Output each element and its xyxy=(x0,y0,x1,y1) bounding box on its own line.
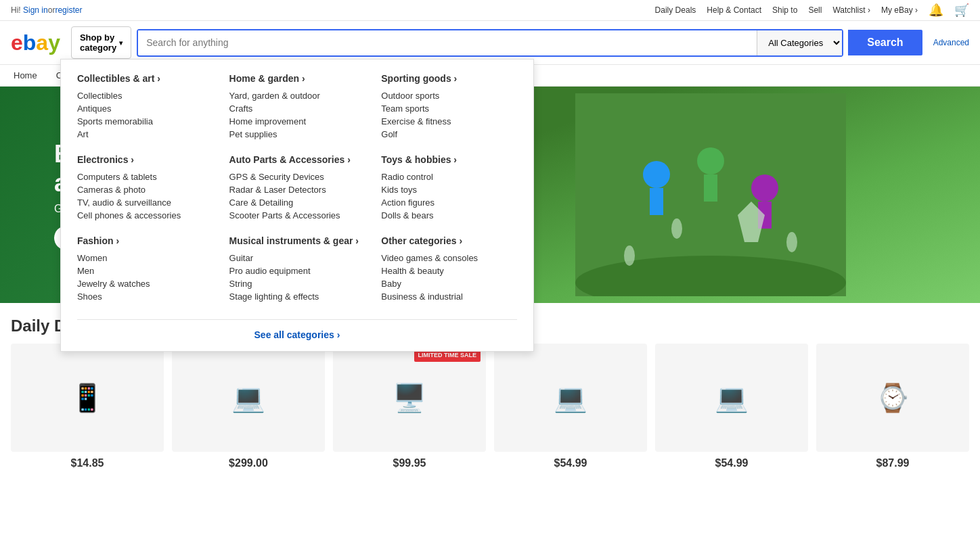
dropdown-item-0-0-1[interactable]: Antiques xyxy=(77,102,213,115)
dropdown-item-2-2-1[interactable]: Health & beauty xyxy=(381,264,517,277)
logo-b: b xyxy=(23,30,37,55)
top-links: Daily Deals Help & Contact Ship to Sell … xyxy=(655,3,969,18)
dropdown-item-1-2-0[interactable]: Guitar xyxy=(229,252,365,264)
deal-image: 📱 xyxy=(11,344,164,452)
svg-point-4 xyxy=(697,147,724,174)
search-bar: All Categories xyxy=(137,29,843,57)
ship-to-label[interactable]: Ship to xyxy=(772,5,797,15)
dropdown-item-0-1-2[interactable]: TV, audio & surveillance xyxy=(77,196,213,209)
dropdown-item-2-2-0[interactable]: Video games & consoles xyxy=(381,252,517,264)
dropdown-section-2-0: Sporting goods ›Outdoor sportsTeam sport… xyxy=(381,73,517,141)
category-title-2-1[interactable]: Toys & hobbies › xyxy=(381,154,517,165)
category-title-0-1[interactable]: Electronics › xyxy=(77,154,213,165)
dropdown-item-2-1-3[interactable]: Dolls & bears xyxy=(381,209,517,222)
dropdown-item-1-1-0[interactable]: GPS & Security Devices xyxy=(229,170,365,183)
dropdown-item-2-1-1[interactable]: Kids toys xyxy=(381,183,517,196)
category-title-2-0[interactable]: Sporting goods › xyxy=(381,73,517,84)
hi-text: Hi! xyxy=(11,5,21,15)
help-contact-link[interactable]: Help & Contact xyxy=(707,5,761,15)
dropdown-item-2-1-2[interactable]: Action figures xyxy=(381,196,517,209)
dropdown-item-1-0-1[interactable]: Crafts xyxy=(229,102,365,115)
category-title-0-2[interactable]: Fashion › xyxy=(77,235,213,246)
notification-icon[interactable]: 🔔 xyxy=(929,3,943,18)
shop-by-button[interactable]: Shop bycategory xyxy=(71,26,131,59)
dropdown-item-2-0-0[interactable]: Outdoor sports xyxy=(381,89,517,102)
dropdown-item-1-1-1[interactable]: Radar & Laser Detectors xyxy=(229,183,365,196)
dropdown-item-2-0-3[interactable]: Golf xyxy=(381,128,517,141)
dropdown-item-2-0-1[interactable]: Team sports xyxy=(381,102,517,115)
dropdown-section-1-2: Musical instruments & gear ›GuitarPro au… xyxy=(229,235,365,303)
category-title-1-2[interactable]: Musical instruments & gear › xyxy=(229,235,365,246)
category-title-1-1[interactable]: Auto Parts & Accessories › xyxy=(229,154,365,165)
dropdown-section-2-2: Other categories ›Video games & consoles… xyxy=(381,235,517,303)
dropdown-item-0-0-0[interactable]: Collectibles xyxy=(77,89,213,102)
my-ebay-link[interactable]: My eBay xyxy=(881,5,918,15)
shop-by-area: Shop bycategory Collectibles & art ›Coll… xyxy=(71,26,131,59)
shop-by-label: Shop bycategory xyxy=(80,32,116,53)
dropdown-item-1-0-2[interactable]: Home improvement xyxy=(229,115,365,128)
search-input[interactable] xyxy=(138,30,757,55)
dropdown-item-0-2-2[interactable]: Jewelry & watches xyxy=(77,277,213,290)
dropdown-item-0-1-1[interactable]: Cameras & photo xyxy=(77,183,213,196)
dropdown-item-1-2-1[interactable]: Pro audio equipment xyxy=(229,264,365,277)
deal-image: 🖥️LIMITED TIME SALE xyxy=(333,344,486,452)
dropdown-item-0-0-2[interactable]: Sports memorabilia xyxy=(77,115,213,128)
svg-rect-3 xyxy=(650,188,663,215)
dropdown-item-0-2-1[interactable]: Men xyxy=(77,264,213,277)
deal-card[interactable]: 💻$299.00 xyxy=(172,344,325,469)
logo-a: a xyxy=(36,30,48,55)
deal-image: 💻 xyxy=(655,344,808,452)
dropdown-item-0-2-0[interactable]: Women xyxy=(77,252,213,264)
category-title-1-0[interactable]: Home & garden › xyxy=(229,73,365,84)
deal-price: $99.95 xyxy=(333,457,486,469)
see-all-categories: See all categories › xyxy=(77,319,517,340)
watchlist-link[interactable]: Watchlist xyxy=(832,5,870,15)
ebay-logo[interactable]: ebay xyxy=(11,30,60,55)
header: ebay Shop bycategory Collectibles & art … xyxy=(0,21,980,65)
category-select[interactable]: All Categories xyxy=(757,30,842,55)
deal-image: ⌚ xyxy=(816,344,969,452)
deal-price: $87.99 xyxy=(816,457,969,469)
dropdown-item-1-1-2[interactable]: Care & Detailing xyxy=(229,196,365,209)
daily-deals-link[interactable]: Daily Deals xyxy=(655,5,696,15)
dropdown-item-0-0-3[interactable]: Art xyxy=(77,128,213,141)
dropdown-section-1-1: Auto Parts & Accessories ›GPS & Security… xyxy=(229,154,365,222)
dropdown-section-1-0: Home & garden ›Yard, garden & outdoorCra… xyxy=(229,73,365,141)
category-title-2-2[interactable]: Other categories › xyxy=(381,235,517,246)
register-link[interactable]: register xyxy=(55,5,82,15)
cart-icon[interactable]: 🛒 xyxy=(954,3,969,18)
dropdown-item-1-2-3[interactable]: Stage lighting & effects xyxy=(229,290,365,303)
deal-price: $14.85 xyxy=(11,457,164,469)
see-all-link[interactable]: See all categories › xyxy=(254,329,340,340)
dropdown-item-2-2-2[interactable]: Baby xyxy=(381,277,517,290)
dropdown-col-1: Home & garden ›Yard, garden & outdoorCra… xyxy=(229,73,365,317)
dropdown-col-0: Collectibles & art ›CollectiblesAntiques… xyxy=(77,73,213,317)
deal-image: 💻 xyxy=(494,344,647,452)
deal-card[interactable]: 🖥️LIMITED TIME SALE$99.95 xyxy=(333,344,486,469)
nav-item-0[interactable]: Home xyxy=(11,65,40,86)
deal-card[interactable]: 💻$54.99 xyxy=(494,344,647,469)
deal-card[interactable]: 💻$54.99 xyxy=(655,344,808,469)
dropdown-section-0-0: Collectibles & art ›CollectiblesAntiques… xyxy=(77,73,213,141)
dropdown-item-0-1-0[interactable]: Computers & tablets xyxy=(77,170,213,183)
deal-price: $299.00 xyxy=(172,457,325,469)
hero-illustration xyxy=(575,93,846,296)
dropdown-item-0-2-3[interactable]: Shoes xyxy=(77,290,213,303)
dropdown-item-1-0-3[interactable]: Pet supplies xyxy=(229,128,365,141)
dropdown-item-1-1-3[interactable]: Scooter Parts & Accessories xyxy=(229,209,365,222)
dropdown-item-0-1-3[interactable]: Cell phones & accessories xyxy=(77,209,213,222)
search-button[interactable]: Search xyxy=(848,30,922,55)
dropdown-item-2-1-0[interactable]: Radio control xyxy=(381,170,517,183)
deal-card[interactable]: ⌚$87.99 xyxy=(816,344,969,469)
dropdown-section-2-1: Toys & hobbies ›Radio controlKids toysAc… xyxy=(381,154,517,222)
category-title-0-0[interactable]: Collectibles & art › xyxy=(77,73,213,84)
deal-card[interactable]: 📱$14.85 xyxy=(11,344,164,469)
dropdown-item-1-0-0[interactable]: Yard, garden & outdoor xyxy=(229,89,365,102)
advanced-search-link[interactable]: Advanced xyxy=(933,38,969,47)
dropdown-item-1-2-2[interactable]: String xyxy=(229,277,365,290)
dropdown-item-2-0-2[interactable]: Exercise & fitness xyxy=(381,115,517,128)
logo-e: e xyxy=(11,30,23,55)
dropdown-item-2-2-3[interactable]: Business & industrial xyxy=(381,290,517,303)
sell-link[interactable]: Sell xyxy=(808,5,822,15)
sign-in-link[interactable]: Sign in xyxy=(23,5,48,15)
